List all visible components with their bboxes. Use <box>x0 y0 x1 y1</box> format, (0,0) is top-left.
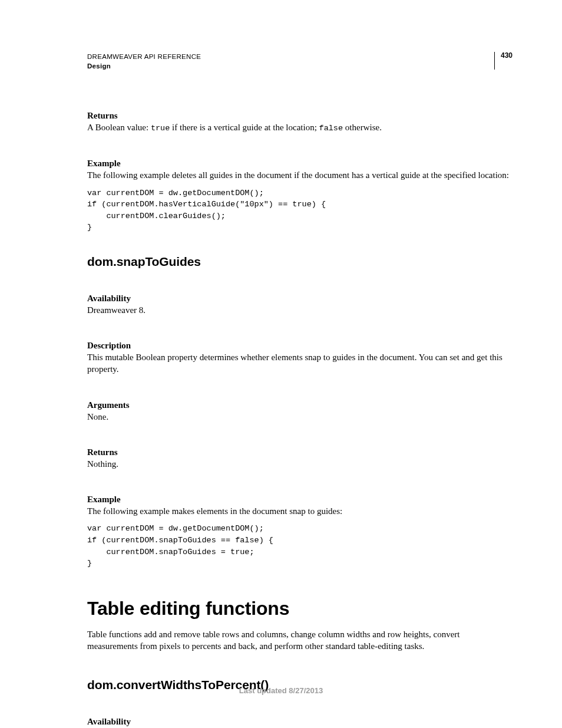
doc-title: DREAMWEAVER API REFERENCE <box>87 52 494 61</box>
chapter-intro: Table functions add and remove table row… <box>87 628 513 653</box>
page-number: 430 <box>494 52 513 70</box>
example-text: The following example makes elements in … <box>87 505 513 517</box>
page-header: DREAMWEAVER API REFERENCE Design 430 <box>87 52 513 71</box>
chapter-heading-table-editing: Table editing functions <box>87 598 513 620</box>
footer-last-updated: Last updated 8/27/2013 <box>0 686 562 695</box>
text-span: otherwise. <box>343 123 382 132</box>
returns-label: Returns <box>87 447 513 457</box>
code-block: var currentDOM = dw.getDocumentDOM(); if… <box>87 187 513 233</box>
description-label: Description <box>87 341 513 351</box>
code-block: var currentDOM = dw.getDocumentDOM(); if… <box>87 523 513 569</box>
code-false: false <box>319 124 343 133</box>
example-text: The following example deletes all guides… <box>87 169 513 181</box>
content: Returns A Boolean value: true if there i… <box>87 71 513 728</box>
returns-label: Returns <box>87 111 513 121</box>
description-text: This mutable Boolean property determines… <box>87 351 513 375</box>
returns-text: Nothing. <box>87 458 513 470</box>
arguments-text: None. <box>87 411 513 423</box>
example-label: Example <box>87 159 513 169</box>
doc-section: Design <box>87 61 494 71</box>
text-span: A Boolean value: <box>87 123 151 132</box>
method-heading-snaptoguides: dom.snapToGuides <box>87 255 513 269</box>
header-left: DREAMWEAVER API REFERENCE Design <box>87 52 494 71</box>
example-label: Example <box>87 495 513 505</box>
page: DREAMWEAVER API REFERENCE Design 430 Ret… <box>0 0 562 728</box>
returns-text: A Boolean value: true if there is a vert… <box>87 121 513 134</box>
code-true: true <box>151 124 170 133</box>
availability-label: Availability <box>87 717 513 727</box>
text-span: if there is a vertical guide at the loca… <box>170 123 319 132</box>
availability-label: Availability <box>87 294 513 304</box>
availability-text: Dreamweaver 8. <box>87 304 513 316</box>
arguments-label: Arguments <box>87 400 513 410</box>
